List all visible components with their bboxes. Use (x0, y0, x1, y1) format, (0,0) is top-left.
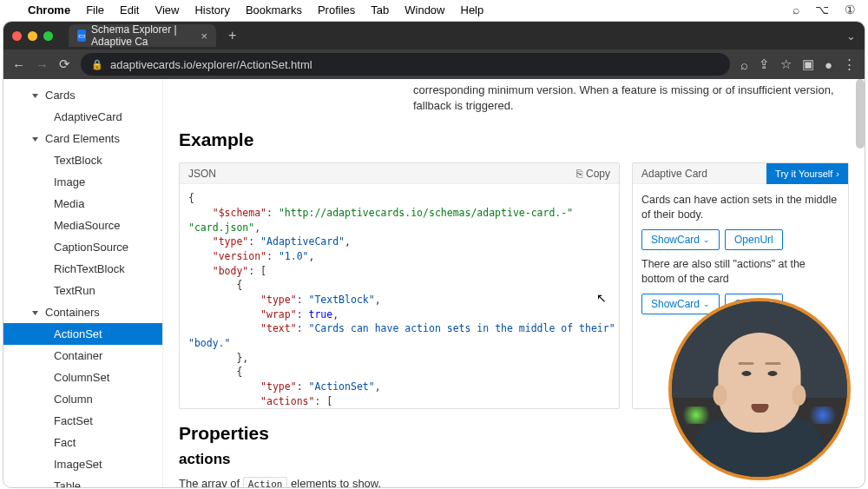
sidebar-group-card-elements[interactable]: Card Elements (3, 128, 162, 149)
minimize-window-button[interactable] (28, 31, 37, 41)
sidebar-item-captionsource[interactable]: CaptionSource (3, 236, 162, 258)
menu-icon[interactable]: ⋮ (843, 56, 856, 72)
close-tab-icon[interactable]: × (201, 30, 207, 43)
page-viewport: Cards AdaptiveCard Card Elements TextBlo… (3, 79, 865, 487)
schema-sidebar[interactable]: Cards AdaptiveCard Card Elements TextBlo… (3, 79, 163, 487)
sidebar-item-fact[interactable]: Fact (3, 432, 162, 453)
card-text-1: Cards can have action sets in the middle… (641, 193, 839, 222)
openurl-button-1[interactable]: OpenUrl (725, 229, 783, 250)
back-button[interactable]: ← (12, 57, 25, 72)
chevron-right-icon: › (836, 169, 839, 179)
sidebar-group-cards[interactable]: Cards (3, 84, 162, 106)
menu-edit[interactable]: Edit (120, 3, 139, 17)
profile-icon[interactable]: ● (825, 57, 832, 72)
date-icon[interactable]: ① (845, 3, 856, 17)
favicon-icon: ▭ (77, 30, 86, 42)
sidebar-item-media[interactable]: Media (3, 193, 162, 215)
panel-icon[interactable]: ▣ (802, 56, 814, 72)
try-it-yourself-button[interactable]: Try it Yourself› (766, 163, 848, 184)
menu-help[interactable]: Help (461, 3, 484, 17)
sidebar-item-factset[interactable]: FactSet (3, 410, 162, 432)
feature-intro-text: corresponding minimum version. When a fe… (179, 79, 849, 122)
zoom-icon[interactable]: ⌕ (740, 57, 748, 72)
app-name[interactable]: Chrome (28, 3, 70, 17)
sidebar-item-columnset[interactable]: ColumnSet (3, 367, 162, 388)
card-label: Adaptive Card (633, 168, 716, 180)
copy-button[interactable]: ⎘ Copy (576, 168, 610, 180)
reload-button[interactable]: ⟳ (59, 56, 70, 72)
json-code[interactable]: { "$schema": "http://adaptivecards.io/sc… (180, 184, 619, 408)
chevron-down-icon: ⌄ (703, 235, 710, 244)
lock-icon: 🔒 (91, 59, 103, 70)
macos-menubar: Chrome File Edit View History Bookmarks … (0, 0, 868, 19)
url-field[interactable]: 🔒 adaptivecards.io/explorer/ActionSet.ht… (81, 53, 730, 76)
sidebar-item-adaptivecard[interactable]: AdaptiveCard (3, 106, 162, 128)
sidebar-item-image[interactable]: Image (3, 171, 162, 193)
sidebar-item-imageset[interactable]: ImageSet (3, 453, 162, 475)
share-icon[interactable]: ⇪ (759, 56, 770, 72)
showcard-button-2[interactable]: ShowCard⌄ (641, 294, 720, 314)
close-window-button[interactable] (12, 31, 22, 41)
menu-bookmarks[interactable]: Bookmarks (246, 3, 302, 17)
tab-overflow-icon[interactable]: ⌄ (846, 30, 856, 43)
json-label: JSON (188, 168, 216, 180)
address-bar: ← → ⟳ 🔒 adaptivecards.io/explorer/Action… (3, 50, 865, 79)
url-text: adaptivecards.io/explorer/ActionSet.html (110, 58, 312, 71)
browser-window: ▭ Schema Explorer | Adaptive Ca × + ⌄ ← … (3, 21, 865, 488)
bookmark-icon[interactable]: ☆ (780, 56, 792, 72)
example-heading: Example (179, 129, 849, 150)
browser-tab[interactable]: ▭ Schema Explorer | Adaptive Ca × (69, 24, 216, 47)
menu-tab[interactable]: Tab (371, 3, 389, 17)
window-controls (12, 31, 53, 41)
control-center-icon[interactable]: ⌥ (815, 3, 829, 17)
menu-view[interactable]: View (155, 3, 179, 17)
menu-file[interactable]: File (86, 3, 104, 17)
sidebar-item-textrun[interactable]: TextRun (3, 280, 162, 301)
sidebar-item-textblock[interactable]: TextBlock (3, 149, 162, 171)
menu-window[interactable]: Window (404, 3, 444, 17)
tab-title: Schema Explorer | Adaptive Ca (91, 23, 195, 48)
sidebar-group-containers[interactable]: Containers (3, 301, 162, 323)
sidebar-item-mediasource[interactable]: MediaSource (3, 215, 162, 236)
webcam-overlay (668, 298, 851, 480)
sidebar-item-table[interactable]: Table (3, 475, 162, 487)
zoom-window-button[interactable] (43, 31, 53, 41)
forward-button: → (36, 57, 49, 72)
new-tab-button[interactable]: + (223, 28, 241, 43)
menu-profiles[interactable]: Profiles (318, 3, 355, 17)
showcard-button-1[interactable]: ShowCard⌄ (641, 229, 720, 250)
menu-history[interactable]: History (194, 3, 229, 17)
sidebar-item-richtextblock[interactable]: RichTextBlock (3, 258, 162, 280)
tab-bar: ▭ Schema Explorer | Adaptive Ca × + ⌄ (3, 22, 865, 50)
chevron-down-icon: ⌄ (703, 300, 710, 308)
scrollbar[interactable] (856, 79, 865, 149)
sidebar-item-container[interactable]: Container (3, 345, 162, 367)
sidebar-item-actionset[interactable]: ActionSet (3, 323, 162, 345)
search-icon[interactable]: ⌕ (792, 3, 799, 17)
sidebar-item-column[interactable]: Column (3, 388, 162, 410)
copy-icon: ⎘ (576, 168, 582, 180)
json-example-box: JSON ⎘ Copy { "$schema": "http://adaptiv… (179, 162, 620, 409)
card-text-2: There are also still "actions" at the bo… (641, 257, 839, 287)
